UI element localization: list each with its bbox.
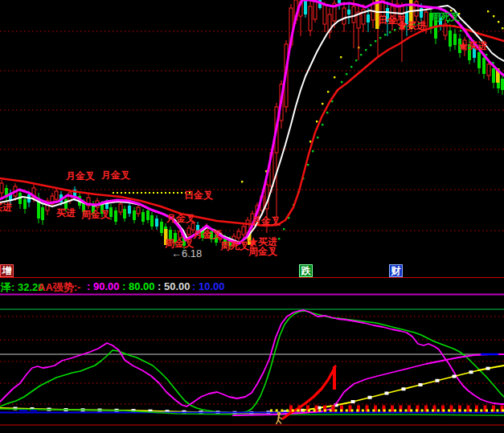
- yellow-dot-tick: [437, 410, 440, 412]
- yellow-dot-tick: [292, 410, 294, 412]
- yellow-dot-tick: [346, 410, 348, 412]
- signal-annotation: 月金叉: [166, 214, 195, 224]
- yellow-dot-tick: [297, 410, 300, 412]
- candle-body: [155, 219, 158, 227]
- indicator-param-50: : 50.00: [158, 280, 190, 292]
- red-spike-bar: [333, 366, 336, 390]
- signal-annotation: ★买进: [397, 21, 426, 31]
- yellow-line-marker: [486, 367, 490, 370]
- yellow-dot-tick: [475, 410, 477, 412]
- yellow-dot-tick: [334, 410, 337, 412]
- candle-body: [114, 210, 117, 222]
- walking-person-icon: [277, 412, 281, 416]
- sar-dot: [384, 34, 386, 35]
- signal-annotation: 月金叉: [193, 230, 222, 240]
- yellow-dot-tick: [416, 410, 418, 412]
- candle-body-up: [119, 204, 122, 212]
- sar-dot: [389, 31, 391, 33]
- signal-annotation: 周金叉: [81, 210, 110, 220]
- candle-body: [128, 206, 131, 214]
- price-callout-label: ←6.18: [171, 247, 202, 259]
- yellow-dot: [502, 27, 503, 29]
- yellow-line-marker: [351, 400, 355, 403]
- yellow-dot: [316, 121, 318, 122]
- yellow-dot-tick: [421, 410, 424, 412]
- tag-cai[interactable]: 财: [389, 264, 403, 277]
- yellow-dot-tick: [330, 410, 332, 412]
- yellow-dot-tick: [378, 410, 380, 412]
- yellow-dot-segment: [145, 192, 146, 194]
- candle-body-up: [0, 183, 3, 193]
- yellow-dot-segment: [133, 192, 134, 194]
- candle-body: [146, 210, 150, 220]
- yellow-dot-tick: [464, 410, 466, 412]
- yellow-dot-segment: [125, 192, 126, 194]
- candle-body: [434, 20, 437, 39]
- yellow-dot-segment: [149, 192, 150, 194]
- sub-osc-green: [0, 311, 504, 413]
- candle-body: [160, 222, 163, 233]
- candle-body: [347, 10, 350, 14]
- signal-annotation: ★买进: [458, 41, 487, 51]
- walking-person-icon: [279, 417, 282, 419]
- yellow-dot: [487, 10, 489, 12]
- yellow-dot: [322, 103, 323, 104]
- yellow-line-marker: [436, 379, 440, 382]
- sar-dot: [365, 49, 367, 51]
- yellow-dot-tick: [394, 410, 396, 412]
- candle-body-up: [187, 228, 191, 235]
- candle-body-up: [137, 207, 140, 214]
- sar-dot: [379, 37, 381, 39]
- tag-zeng[interactable]: 增: [0, 264, 14, 277]
- candle-body: [453, 34, 457, 45]
- yellow-dot-tick: [432, 410, 434, 412]
- yellow-dot-tick: [442, 410, 445, 412]
- yellow-dot-tick: [388, 410, 391, 412]
- signal-annotation: 周金叉: [248, 247, 277, 257]
- sar-dot: [307, 164, 309, 165]
- candle-body: [492, 68, 495, 83]
- sar-dot: [322, 124, 323, 125]
- red-dash-tick: [391, 406, 394, 412]
- candle-body-up: [313, 2, 317, 19]
- yellow-dot: [309, 141, 311, 142]
- candle-body: [150, 215, 154, 227]
- signal-annotation: 买进: [56, 208, 76, 219]
- candle-body-up: [415, 2, 418, 16]
- yellow-line-marker: [385, 392, 389, 395]
- yellow-dot-tick: [486, 410, 488, 412]
- candle-body: [501, 79, 504, 90]
- yellow-dot-tick: [459, 410, 461, 412]
- yellow-dot-tick: [372, 410, 375, 412]
- yellow-dot-tick: [410, 410, 412, 412]
- tag-die[interactable]: 跌: [299, 264, 313, 277]
- yellow-dot: [340, 56, 342, 58]
- yellow-dot: [493, 15, 494, 17]
- candle-body-up: [487, 64, 490, 76]
- signal-annotation: 周死叉: [431, 12, 460, 22]
- indicator-name-aa[interactable]: AA强势:-: [38, 280, 80, 295]
- yellow-dot-tick: [367, 410, 370, 412]
- yellow-dot-tick: [383, 410, 386, 412]
- candle-body-up: [237, 231, 240, 238]
- yellow-dot-tick: [308, 410, 310, 412]
- yellow-dot-tick: [281, 410, 283, 412]
- candle-body: [449, 31, 452, 47]
- ma-fast-magenta: [0, 0, 504, 243]
- sub-osc-magenta: [0, 310, 504, 406]
- candle-body-up: [323, 5, 326, 24]
- yellow-dot-tick: [426, 410, 428, 412]
- yellow-dot: [334, 76, 335, 78]
- yellow-dot-tick: [286, 410, 289, 412]
- signal-annotation: 买进: [0, 202, 12, 213]
- sar-dot: [360, 54, 362, 55]
- candle-body: [477, 52, 481, 68]
- candle-body: [367, 14, 370, 22]
- sar-dot: [370, 44, 371, 46]
- yellow-line-marker: [402, 387, 406, 390]
- indicator-param-90: : 90.00: [87, 280, 119, 292]
- yellow-line-marker: [469, 370, 473, 374]
- ma-mid-white: [0, 6, 504, 243]
- candle-body-up: [309, 6, 312, 31]
- yellow-dot-segment: [137, 192, 138, 194]
